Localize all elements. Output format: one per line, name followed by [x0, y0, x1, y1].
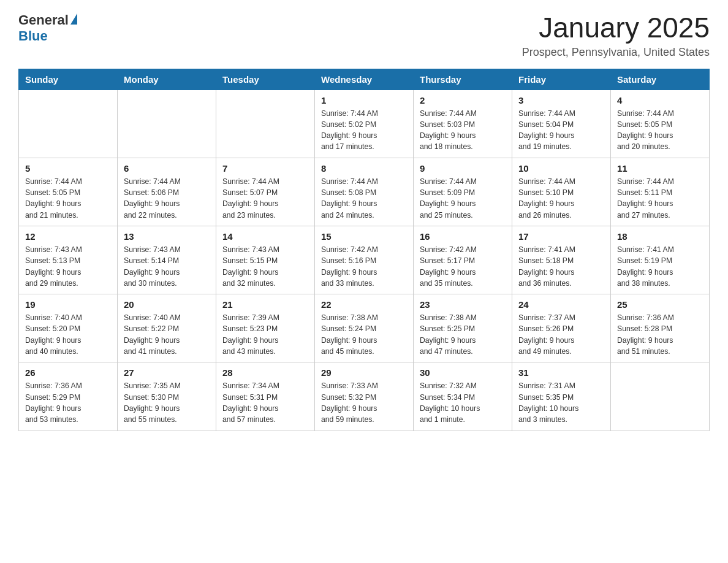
day-number: 8 [321, 163, 407, 174]
day-info: Sunrise: 7:32 AMSunset: 5:34 PMDaylight:… [420, 380, 506, 425]
day-info: Sunrise: 7:41 AMSunset: 5:18 PMDaylight:… [518, 244, 604, 289]
logo-general-text: General [18, 12, 69, 28]
day-info: Sunrise: 7:33 AMSunset: 5:32 PMDaylight:… [321, 380, 407, 425]
day-number: 1 [321, 95, 407, 105]
day-info: Sunrise: 7:31 AMSunset: 5:35 PMDaylight:… [518, 380, 604, 425]
day-number: 18 [617, 231, 703, 242]
day-number: 15 [321, 231, 407, 242]
logo-triangle-icon [70, 13, 77, 25]
calendar-cell: 2Sunrise: 7:44 AMSunset: 5:03 PMDaylight… [414, 90, 512, 158]
day-info: Sunrise: 7:43 AMSunset: 5:15 PMDaylight:… [222, 244, 308, 289]
calendar-cell [216, 90, 315, 158]
calendar-cell: 14Sunrise: 7:43 AMSunset: 5:15 PMDayligh… [216, 226, 315, 294]
calendar-cell: 10Sunrise: 7:44 AMSunset: 5:10 PMDayligh… [512, 158, 611, 226]
day-info: Sunrise: 7:44 AMSunset: 5:04 PMDaylight:… [518, 108, 604, 153]
calendar-cell: 18Sunrise: 7:41 AMSunset: 5:19 PMDayligh… [611, 226, 710, 294]
day-info: Sunrise: 7:44 AMSunset: 5:03 PMDaylight:… [420, 108, 506, 153]
page-header: General Blue January 2025 Prospect, Penn… [18, 12, 710, 59]
calendar-cell: 30Sunrise: 7:32 AMSunset: 5:34 PMDayligh… [414, 362, 512, 431]
logo-blue-text: Blue [18, 28, 48, 44]
calendar-cell: 21Sunrise: 7:39 AMSunset: 5:23 PMDayligh… [216, 294, 315, 362]
day-info: Sunrise: 7:44 AMSunset: 5:08 PMDaylight:… [321, 176, 407, 221]
day-info: Sunrise: 7:44 AMSunset: 5:07 PMDaylight:… [222, 176, 308, 221]
day-number: 13 [124, 231, 210, 242]
day-info: Sunrise: 7:44 AMSunset: 5:02 PMDaylight:… [321, 108, 407, 153]
day-number: 30 [420, 367, 506, 378]
calendar-cell: 29Sunrise: 7:33 AMSunset: 5:32 PMDayligh… [315, 362, 414, 431]
calendar-cell [611, 362, 710, 431]
day-number: 19 [25, 299, 111, 310]
day-info: Sunrise: 7:36 AMSunset: 5:29 PMDaylight:… [25, 380, 111, 425]
calendar-header-row: SundayMondayTuesdayWednesdayThursdayFrid… [19, 69, 710, 90]
calendar-cell: 6Sunrise: 7:44 AMSunset: 5:06 PMDaylight… [118, 158, 216, 226]
day-of-week-header: Saturday [611, 69, 710, 90]
day-info: Sunrise: 7:35 AMSunset: 5:30 PMDaylight:… [124, 380, 210, 425]
calendar-week-row: 19Sunrise: 7:40 AMSunset: 5:20 PMDayligh… [19, 294, 710, 362]
day-of-week-header: Monday [118, 69, 216, 90]
day-info: Sunrise: 7:37 AMSunset: 5:26 PMDaylight:… [518, 312, 604, 357]
day-info: Sunrise: 7:36 AMSunset: 5:28 PMDaylight:… [617, 312, 703, 357]
calendar-cell: 24Sunrise: 7:37 AMSunset: 5:26 PMDayligh… [512, 294, 611, 362]
calendar-cell: 9Sunrise: 7:44 AMSunset: 5:09 PMDaylight… [414, 158, 512, 226]
calendar-cell: 17Sunrise: 7:41 AMSunset: 5:18 PMDayligh… [512, 226, 611, 294]
day-info: Sunrise: 7:34 AMSunset: 5:31 PMDaylight:… [222, 380, 308, 425]
day-info: Sunrise: 7:43 AMSunset: 5:14 PMDaylight:… [124, 244, 210, 289]
calendar-cell [118, 90, 216, 158]
day-info: Sunrise: 7:42 AMSunset: 5:17 PMDaylight:… [420, 244, 506, 289]
calendar-cell: 7Sunrise: 7:44 AMSunset: 5:07 PMDaylight… [216, 158, 315, 226]
calendar-cell: 3Sunrise: 7:44 AMSunset: 5:04 PMDaylight… [512, 90, 611, 158]
calendar-cell: 27Sunrise: 7:35 AMSunset: 5:30 PMDayligh… [118, 362, 216, 431]
calendar-cell: 25Sunrise: 7:36 AMSunset: 5:28 PMDayligh… [611, 294, 710, 362]
calendar-cell: 5Sunrise: 7:44 AMSunset: 5:05 PMDaylight… [19, 158, 118, 226]
day-info: Sunrise: 7:38 AMSunset: 5:24 PMDaylight:… [321, 312, 407, 357]
day-number: 29 [321, 367, 407, 378]
day-of-week-header: Wednesday [315, 69, 414, 90]
calendar-cell: 15Sunrise: 7:42 AMSunset: 5:16 PMDayligh… [315, 226, 414, 294]
calendar-cell: 1Sunrise: 7:44 AMSunset: 5:02 PMDaylight… [315, 90, 414, 158]
title-block: January 2025 Prospect, Pennsylvania, Uni… [522, 12, 710, 59]
day-number: 14 [222, 231, 308, 242]
day-of-week-header: Friday [512, 69, 611, 90]
day-number: 12 [25, 231, 111, 242]
day-of-week-header: Thursday [414, 69, 512, 90]
calendar-week-row: 12Sunrise: 7:43 AMSunset: 5:13 PMDayligh… [19, 226, 710, 294]
logo: General Blue [18, 12, 77, 44]
day-number: 28 [222, 367, 308, 378]
calendar-cell: 26Sunrise: 7:36 AMSunset: 5:29 PMDayligh… [19, 362, 118, 431]
calendar-cell: 11Sunrise: 7:44 AMSunset: 5:11 PMDayligh… [611, 158, 710, 226]
day-number: 3 [518, 95, 604, 105]
calendar-cell: 13Sunrise: 7:43 AMSunset: 5:14 PMDayligh… [118, 226, 216, 294]
day-of-week-header: Sunday [19, 69, 118, 90]
day-number: 16 [420, 231, 506, 242]
day-number: 20 [124, 299, 210, 310]
calendar-cell [19, 90, 118, 158]
day-number: 25 [617, 299, 703, 310]
day-number: 22 [321, 299, 407, 310]
day-info: Sunrise: 7:44 AMSunset: 5:05 PMDaylight:… [25, 176, 111, 221]
day-number: 31 [518, 367, 604, 378]
calendar-cell: 31Sunrise: 7:31 AMSunset: 5:35 PMDayligh… [512, 362, 611, 431]
calendar-week-row: 5Sunrise: 7:44 AMSunset: 5:05 PMDaylight… [19, 158, 710, 226]
day-number: 6 [124, 163, 210, 174]
location-text: Prospect, Pennsylvania, United States [522, 46, 710, 59]
day-info: Sunrise: 7:42 AMSunset: 5:16 PMDaylight:… [321, 244, 407, 289]
day-number: 17 [518, 231, 604, 242]
day-number: 5 [25, 163, 111, 174]
day-number: 10 [518, 163, 604, 174]
day-info: Sunrise: 7:44 AMSunset: 5:10 PMDaylight:… [518, 176, 604, 221]
calendar-week-row: 1Sunrise: 7:44 AMSunset: 5:02 PMDaylight… [19, 90, 710, 158]
day-info: Sunrise: 7:44 AMSunset: 5:06 PMDaylight:… [124, 176, 210, 221]
calendar-cell: 8Sunrise: 7:44 AMSunset: 5:08 PMDaylight… [315, 158, 414, 226]
day-info: Sunrise: 7:40 AMSunset: 5:22 PMDaylight:… [124, 312, 210, 357]
day-info: Sunrise: 7:44 AMSunset: 5:09 PMDaylight:… [420, 176, 506, 221]
day-number: 7 [222, 163, 308, 174]
day-info: Sunrise: 7:44 AMSunset: 5:11 PMDaylight:… [617, 176, 703, 221]
calendar-cell: 22Sunrise: 7:38 AMSunset: 5:24 PMDayligh… [315, 294, 414, 362]
calendar-week-row: 26Sunrise: 7:36 AMSunset: 5:29 PMDayligh… [19, 362, 710, 431]
day-number: 9 [420, 163, 506, 174]
day-number: 23 [420, 299, 506, 310]
day-number: 24 [518, 299, 604, 310]
day-of-week-header: Tuesday [216, 69, 315, 90]
day-number: 2 [420, 95, 506, 105]
day-number: 11 [617, 163, 703, 174]
